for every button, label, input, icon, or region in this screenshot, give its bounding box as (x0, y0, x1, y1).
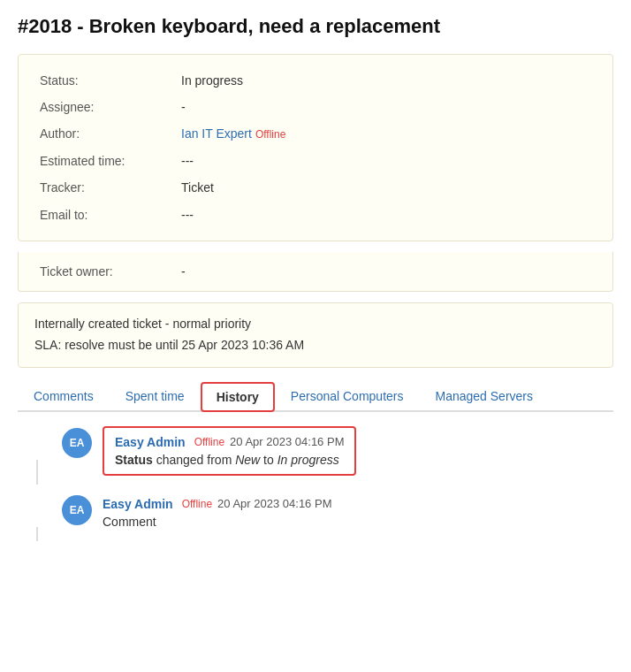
info-panel: Status: In progress Assignee: - Author: … (18, 54, 613, 241)
entry-timestamp-2: 20 Apr 2023 04:16 PM (217, 497, 331, 510)
ticket-title: #2018 - Broken keyboard, need a replacem… (18, 14, 613, 40)
tracker-label: Tracker: (34, 174, 176, 201)
author-link[interactable]: Ian IT Expert (181, 126, 252, 141)
entry-author-2[interactable]: Easy Admin (103, 497, 173, 511)
tab-spent-time[interactable]: Spent time (110, 382, 201, 410)
entry-old-value-1: New (235, 453, 260, 467)
ticket-owner-value: - (176, 261, 597, 282)
entry-body-1: Status changed from New to In progress (115, 453, 344, 467)
avatar-1: EA (62, 428, 92, 458)
entry-status-2: Offline (182, 498, 212, 510)
assignee-value: - (176, 94, 597, 120)
entry-status-1: Offline (194, 436, 224, 448)
email-to-label: Email to: (34, 202, 176, 228)
sla-line2: SLA: resolve must be until 25 Apr 2023 1… (34, 335, 597, 356)
entry-author-1[interactable]: Easy Admin (115, 435, 186, 449)
tab-comments[interactable]: Comments (18, 382, 110, 410)
author-offline-badge: Offline (255, 128, 285, 141)
info-table: Status: In progress Assignee: - Author: … (34, 67, 597, 228)
assignee-row: Assignee: - (34, 94, 597, 120)
history-entry-1: EA Easy Admin Offline 20 Apr 2023 04:16 … (21, 426, 610, 476)
estimated-time-value: --- (176, 148, 597, 174)
estimated-time-label: Estimated time: (34, 148, 176, 174)
ticket-owner-section: Ticket owner: - (18, 252, 613, 292)
author-label: Author: (34, 120, 176, 147)
tab-managed-servers[interactable]: Managed Servers (419, 382, 549, 410)
assignee-label: Assignee: (34, 94, 176, 120)
entry-to-1: to (263, 453, 277, 467)
entry-header-2: Easy Admin Offline 20 Apr 2023 04:16 PM (103, 497, 610, 511)
entry-timestamp-1: 20 Apr 2023 04:16 PM (230, 435, 344, 448)
estimated-time-row: Estimated time: --- (34, 148, 597, 174)
status-row: Status: In progress (34, 67, 597, 94)
status-value: In progress (176, 67, 597, 94)
tab-history[interactable]: History (201, 382, 275, 412)
history-entry-2: EA Easy Admin Offline 20 Apr 2023 04:16 … (21, 493, 610, 532)
status-label: Status: (34, 67, 176, 94)
ticket-owner-label: Ticket owner: (34, 261, 176, 282)
tracker-row: Tracker: Ticket (34, 174, 597, 201)
email-to-value: --- (176, 202, 597, 228)
avatar-2: EA (62, 495, 92, 525)
tabs-container: Comments Spent time History Personal Com… (18, 382, 613, 412)
entry-comment-2: Comment (103, 515, 610, 529)
entry-highlighted-1: Easy Admin Offline 20 Apr 2023 04:16 PM … (103, 426, 356, 476)
ticket-owner-table: Ticket owner: - (34, 261, 597, 282)
entry-new-value-1: In progress (277, 453, 339, 467)
entry-content-1: Easy Admin Offline 20 Apr 2023 04:16 PM … (103, 426, 610, 476)
tab-personal-computers[interactable]: Personal Computers (275, 382, 420, 410)
tracker-value: Ticket (176, 174, 597, 201)
history-section: EA Easy Admin Offline 20 Apr 2023 04:16 … (18, 426, 613, 532)
entry-content-2: Easy Admin Offline 20 Apr 2023 04:16 PM … (103, 493, 610, 532)
email-to-row: Email to: --- (34, 202, 597, 228)
page-container: #2018 - Broken keyboard, need a replacem… (0, 0, 631, 564)
author-cell: Ian IT ExpertOffline (176, 120, 597, 147)
entry-field-name-1: Status (115, 453, 153, 467)
entry-header-1: Easy Admin Offline 20 Apr 2023 04:16 PM (115, 435, 344, 449)
sla-line1: Internally created ticket - normal prior… (34, 314, 597, 335)
sla-section: Internally created ticket - normal prior… (18, 302, 613, 368)
author-row: Author: Ian IT ExpertOffline (34, 120, 597, 147)
entry-changed-from-1: changed from (156, 453, 236, 467)
ticket-owner-row: Ticket owner: - (34, 261, 597, 282)
